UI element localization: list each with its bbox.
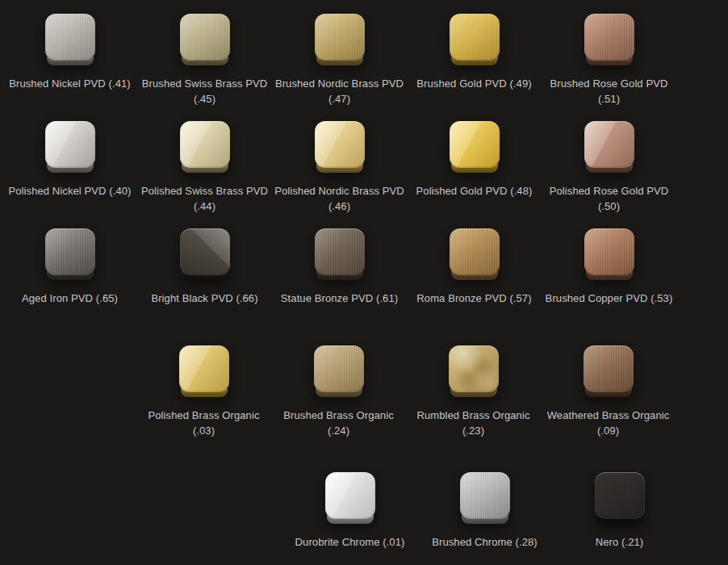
swatch-face (584, 121, 634, 168)
swatch-face (315, 121, 365, 168)
swatch-label: Durobrite Chrome (.01) (295, 534, 405, 550)
finish-swatch-icon (180, 14, 230, 65)
finish-swatch-icon (315, 228, 365, 280)
swatch-label: Polished Gold PVD (.48) (416, 183, 533, 199)
finish-swatch-icon (315, 14, 365, 65)
swatch-face (449, 345, 499, 392)
swatch-label: Brushed Copper PVD (.53) (546, 291, 673, 306)
finish-swatch-icon (180, 121, 230, 173)
swatch-row-3: Aged Iron PVD (.65)Bright Black PVD (.66… (0, 228, 728, 306)
finish-swatch-icon (584, 121, 634, 173)
finish-swatch-icon (180, 228, 230, 280)
swatch-label: Roma Bronze PVD (.57) (416, 291, 531, 306)
swatch-label: Bright Black PVD (.66) (151, 291, 257, 306)
finish-swatch-icon (584, 228, 634, 280)
swatch-face (450, 228, 500, 275)
finish-selection-page: { "page": { "background_color": "#1a1918… (0, 0, 728, 565)
finish-option-brushed-copper-pvd-53[interactable]: Brushed Copper PVD (.53) (542, 228, 676, 306)
finish-option-brushed-brass-organic-24[interactable]: Brushed Brass Organic (.24) (271, 345, 406, 438)
finish-option-durobrite-chrome-01[interactable]: Durobrite Chrome (.01) (282, 472, 417, 550)
swatch-face (315, 14, 365, 61)
swatch-face (45, 121, 95, 168)
finish-option-roma-bronze-pvd-57[interactable]: Roma Bronze PVD (.57) (407, 228, 542, 306)
swatch-label: Brushed Gold PVD (.49) (416, 76, 531, 91)
finish-swatch-icon (449, 345, 499, 397)
finish-option-polished-brass-organic-03[interactable]: Polished Brass Organic (.03) (136, 345, 271, 438)
finish-swatch-icon (314, 345, 364, 397)
finish-option-polished-nickel-pvd-40[interactable]: Polished Nickel PVD (.40) (2, 121, 137, 214)
swatch-label: Polished Rose Gold PVD (.50) (544, 183, 675, 214)
finish-option-brushed-rose-gold-pvd-51[interactable]: Brushed Rose Gold PVD (.51) (542, 14, 676, 107)
finish-option-polished-nordic-brass-pvd-46[interactable]: Polished Nordic Brass PVD (.46) (272, 121, 407, 214)
finish-swatch-icon (450, 121, 500, 173)
finish-swatch-icon (45, 121, 95, 173)
swatch-face (325, 472, 375, 519)
swatch-label: Brushed Rose Gold PVD (.51) (544, 76, 675, 107)
finish-swatch-grid: Brushed Nickel PVD (.41)Brushed Swiss Br… (0, 0, 728, 550)
swatch-face (450, 121, 500, 168)
swatch-label: Brushed Swiss Brass PVD (.45) (142, 76, 267, 107)
swatch-label: Weathered Brass Organic (.09) (547, 408, 670, 438)
swatch-label: Polished Nickel PVD (.40) (8, 183, 131, 199)
finish-option-rumbled-brass-organic-23[interactable]: Rumbled Brass Organic (.23) (406, 345, 541, 438)
finish-swatch-icon (179, 345, 229, 397)
swatch-label: Rumbled Brass Organic (.23) (408, 408, 539, 438)
finish-option-bright-black-pvd-66[interactable]: Bright Black PVD (.66) (137, 228, 272, 306)
swatch-face (180, 14, 230, 61)
swatch-face (584, 14, 634, 61)
swatch-label: Brushed Brass Organic (.24) (274, 408, 404, 438)
swatch-face (315, 228, 365, 275)
swatch-face (45, 228, 95, 275)
finish-swatch-icon (584, 345, 634, 397)
swatch-face (314, 345, 364, 392)
finish-option-weathered-brass-organic-09[interactable]: Weathered Brass Organic (.09) (541, 345, 676, 438)
swatch-face (179, 345, 229, 392)
swatch-face (180, 228, 230, 275)
finish-swatch-icon (315, 121, 365, 173)
swatch-label: Polished Brass Organic (.03) (139, 408, 270, 438)
swatch-face (45, 14, 95, 61)
swatch-row-2: Polished Nickel PVD (.40)Polished Swiss … (0, 121, 728, 214)
swatch-label: Brushed Nickel PVD (.41) (9, 76, 131, 91)
swatch-label: Aged Iron PVD (.65) (22, 291, 118, 306)
swatch-face (460, 472, 510, 519)
finish-option-brushed-chrome-28[interactable]: Brushed Chrome (.28) (417, 472, 552, 550)
finish-swatch-icon (450, 228, 500, 280)
swatch-label: Polished Swiss Brass PVD (.44) (141, 183, 268, 214)
swatch-row-1: Brushed Nickel PVD (.41)Brushed Swiss Br… (0, 14, 728, 107)
swatch-face (595, 472, 645, 519)
finish-option-polished-swiss-brass-pvd-44[interactable]: Polished Swiss Brass PVD (.44) (137, 121, 272, 214)
finish-option-polished-gold-pvd-48[interactable]: Polished Gold PVD (.48) (407, 121, 542, 214)
finish-option-aged-iron-pvd-65[interactable]: Aged Iron PVD (.65) (2, 228, 137, 306)
swatch-row-4: Polished Brass Organic (.03)Brushed Bras… (0, 345, 728, 438)
finish-swatch-icon (450, 14, 500, 65)
finish-option-polished-rose-gold-pvd-50[interactable]: Polished Rose Gold PVD (.50) (542, 121, 676, 214)
swatch-label: Nero (.21) (596, 534, 644, 550)
finish-swatch-icon (325, 472, 375, 524)
swatch-face (450, 14, 500, 61)
finish-swatch-icon (45, 228, 95, 280)
finish-swatch-icon (45, 14, 95, 65)
finish-swatch-icon (595, 472, 645, 524)
swatch-label: Polished Nordic Brass PVD (.46) (274, 183, 404, 214)
swatch-face (180, 121, 230, 168)
finish-swatch-icon (460, 472, 510, 524)
finish-swatch-icon (584, 14, 634, 65)
swatch-label: Statue Bronze PVD (.61) (281, 291, 398, 306)
finish-option-nero-21[interactable]: Nero (.21) (552, 472, 687, 550)
swatch-face (584, 228, 634, 275)
swatch-label: Brushed Chrome (.28) (432, 534, 538, 550)
finish-option-brushed-nordic-brass-pvd-47[interactable]: Brushed Nordic Brass PVD (.47) (272, 14, 407, 107)
swatch-label: Brushed Nordic Brass PVD (.47) (275, 76, 404, 107)
finish-option-brushed-swiss-brass-pvd-45[interactable]: Brushed Swiss Brass PVD (.45) (137, 14, 272, 107)
swatch-row-5: Durobrite Chrome (.01)Brushed Chrome (.2… (0, 472, 728, 550)
swatch-face (584, 345, 634, 392)
finish-option-brushed-gold-pvd-49[interactable]: Brushed Gold PVD (.49) (407, 14, 542, 107)
finish-option-brushed-nickel-pvd-41[interactable]: Brushed Nickel PVD (.41) (2, 14, 137, 107)
finish-option-statue-bronze-pvd-61[interactable]: Statue Bronze PVD (.61) (272, 228, 407, 306)
